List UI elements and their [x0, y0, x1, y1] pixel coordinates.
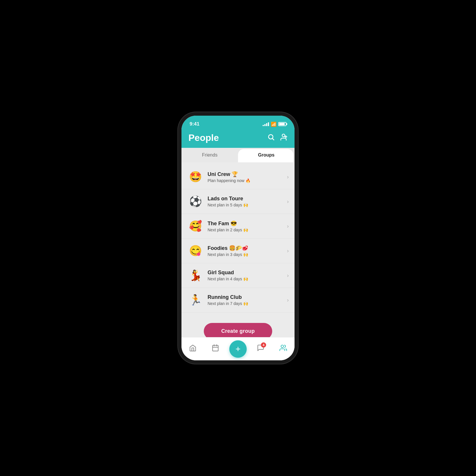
plus-icon: +	[235, 345, 241, 353]
status-time: 9:41	[190, 121, 199, 127]
group-avatar-lads: ⚽	[187, 193, 204, 210]
signal-icon	[263, 122, 269, 126]
add-person-icon[interactable]	[279, 133, 288, 143]
svg-point-9	[281, 345, 284, 348]
tab-bar: Friends Groups	[181, 148, 295, 162]
svg-line-1	[272, 139, 274, 140]
list-item[interactable]: 💃 Girl Squad Next plan in 4 days 🙌 ›	[181, 263, 295, 288]
calendar-icon	[212, 344, 219, 354]
people-icon	[279, 344, 287, 354]
group-info-running-club: Running Club Next plan in 7 days 🙌	[208, 294, 287, 306]
list-item[interactable]: 😋 Foodies 🍔🌮🥩 Next plan in 3 days 🙌 ›	[181, 239, 295, 263]
wifi-icon: 📶	[271, 121, 277, 127]
chevron-right-icon: ›	[287, 272, 289, 279]
group-name-fam: The Fam 😎	[208, 220, 287, 227]
list-item[interactable]: ⚽ Lads on Toure Next plan in 5 days 🙌 ›	[181, 189, 295, 214]
tab-friends[interactable]: Friends	[181, 148, 238, 162]
group-avatar-foodies: 😋	[187, 243, 204, 259]
group-avatar-girl-squad: 💃	[187, 267, 204, 284]
group-sub-lads: Next plan in 5 days 🙌	[208, 203, 287, 207]
chevron-right-icon: ›	[287, 223, 289, 229]
nav-people[interactable]	[272, 344, 295, 354]
chevron-right-icon: ›	[287, 248, 289, 254]
group-name-foodies: Foodies 🍔🌮🥩	[208, 245, 287, 251]
nav-chat[interactable]: 4	[249, 344, 272, 354]
group-name-uni-crew: Uni Crew 🏆	[208, 171, 287, 177]
group-avatar-uni-crew: 🤩	[187, 169, 204, 185]
list-item[interactable]: 🥰 The Fam 😎 Next plan in 2 days 🙌 ›	[181, 214, 295, 239]
chat-wrapper: 4	[257, 344, 264, 354]
group-name-girl-squad: Girl Squad	[208, 270, 287, 276]
chevron-right-icon: ›	[287, 297, 289, 303]
chat-badge: 4	[261, 342, 266, 348]
header: People	[181, 130, 295, 148]
group-avatar-running-club: 🏃	[187, 292, 204, 308]
add-button[interactable]: +	[229, 340, 247, 358]
group-avatar-fam: 🥰	[187, 218, 204, 234]
chevron-right-icon: ›	[287, 199, 289, 205]
bottom-nav: + 4	[181, 337, 295, 360]
list-item[interactable]: 🤩 Uni Crew 🏆 Plan happening now 🔥 ›	[181, 165, 295, 189]
group-sub-fam: Next plan in 2 days 🙌	[208, 228, 287, 232]
svg-rect-5	[212, 345, 218, 351]
group-name-running-club: Running Club	[208, 294, 287, 300]
chevron-right-icon: ›	[287, 174, 289, 180]
group-sub-running-club: Next plan in 7 days 🙌	[208, 301, 287, 306]
home-icon	[189, 344, 197, 354]
group-info-uni-crew: Uni Crew 🏆 Plan happening now 🔥	[208, 171, 287, 183]
create-group-container: Create group	[181, 315, 295, 337]
content-area: 🤩 Uni Crew 🏆 Plan happening now 🔥 › ⚽ La…	[181, 162, 295, 337]
nav-home[interactable]	[181, 344, 204, 354]
tab-groups[interactable]: Groups	[238, 148, 295, 162]
svg-point-2	[282, 134, 285, 137]
create-group-button[interactable]: Create group	[204, 323, 272, 337]
search-icon[interactable]	[267, 133, 275, 143]
group-sub-uni-crew: Plan happening now 🔥	[208, 178, 287, 183]
list-item[interactable]: 🏃 Running Club Next plan in 7 days 🙌 ›	[181, 288, 295, 313]
nav-calendar[interactable]	[204, 344, 227, 354]
header-icons	[267, 133, 288, 143]
status-bar: 9:41 📶	[181, 116, 295, 130]
group-info-girl-squad: Girl Squad Next plan in 4 days 🙌	[208, 270, 287, 281]
group-sub-foodies: Next plan in 3 days 🙌	[208, 252, 287, 257]
group-list: 🤩 Uni Crew 🏆 Plan happening now 🔥 › ⚽ La…	[181, 162, 295, 315]
group-sub-girl-squad: Next plan in 4 days 🙌	[208, 277, 287, 281]
group-name-lads: Lads on Toure	[208, 196, 287, 202]
nav-plus[interactable]: +	[227, 340, 249, 358]
status-icons: 📶	[263, 121, 286, 127]
group-info-fam: The Fam 😎 Next plan in 2 days 🙌	[208, 220, 287, 232]
group-info-foodies: Foodies 🍔🌮🥩 Next plan in 3 days 🙌	[208, 245, 287, 257]
page-title: People	[188, 132, 219, 143]
battery-icon	[278, 122, 286, 126]
group-info-lads: Lads on Toure Next plan in 5 days 🙌	[208, 196, 287, 207]
